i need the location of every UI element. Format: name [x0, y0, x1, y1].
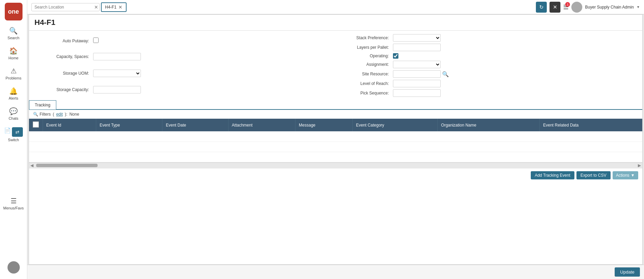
actions-button[interactable]: Actions ▼ — [613, 171, 638, 179]
update-button[interactable]: Update — [615, 267, 640, 277]
sidebar-item-alerts-label: Alerts — [9, 96, 18, 100]
main-area: ✕ H4-F1 ✕ ↻ ✕ ☰ 1 Buyer Supply Chain Adm… — [27, 0, 644, 279]
home-icon: 🏠 — [9, 47, 18, 55]
page-title: H4-F1 — [34, 18, 55, 27]
stack-preference-select[interactable] — [393, 34, 441, 42]
table-row-empty-3 — [29, 152, 642, 162]
bell-icon: 🔔 — [9, 87, 18, 95]
filters-row: 🔍 Filters ( edit ): None — [29, 110, 642, 119]
tracking-section: Tracking 🔍 Filters ( edit ): None — [29, 100, 642, 182]
search-location-input[interactable] — [31, 3, 100, 11]
user-role-label: Buyer Supply Chain Admin — [585, 5, 634, 10]
tracking-tab[interactable]: Tracking — [29, 100, 56, 109]
tab-close-button[interactable]: ✕ — [118, 4, 122, 10]
col-event-id: Event Id — [43, 119, 96, 131]
scroll-left-arrow[interactable]: ◀ — [30, 163, 33, 168]
sidebar-item-chats[interactable]: 💬 Chats — [0, 104, 27, 124]
sidebar-item-problems-label: Problems — [5, 76, 21, 80]
storage-uom-label: Storage UOM: — [36, 71, 90, 76]
col-checkbox — [29, 119, 43, 131]
col-event-type: Event Type — [96, 119, 162, 131]
footer-bar: Update — [27, 265, 644, 279]
sidebar-item-alerts[interactable]: 🔔 Alerts — [0, 84, 27, 104]
table-scroll-container[interactable]: Event Id Event Type Event Date Attachmen… — [29, 119, 642, 162]
col-message: Message — [295, 119, 353, 131]
table-header-row: Event Id Event Type Event Date Attachmen… — [29, 119, 642, 131]
col-event-category: Event Category — [352, 119, 437, 131]
sidebar-item-switch[interactable]: 📄 ⇄ Switch — [0, 124, 27, 145]
col-event-date: Event Date — [162, 119, 228, 131]
pick-sequence-label: Pick Sequence: — [342, 91, 390, 96]
action-buttons-row: Add Tracking Event Export to CSV Actions… — [29, 168, 642, 182]
filters-edit-link[interactable]: edit — [56, 112, 63, 117]
tracking-table: Event Id Event Type Event Date Attachmen… — [29, 119, 642, 162]
actions-label: Actions — [616, 173, 629, 178]
auto-putaway-label: Auto Putaway: — [36, 39, 90, 43]
assignment-select[interactable] — [393, 61, 441, 68]
chat-icon: 💬 — [9, 107, 18, 115]
close-button[interactable]: ✕ — [550, 2, 560, 13]
scroll-right-arrow[interactable]: ▶ — [638, 163, 641, 168]
search-icon: 🔍 — [9, 27, 18, 35]
app-logo: one — [5, 3, 23, 20]
avatar[interactable] — [8, 261, 20, 274]
form-section: Auto Putaway: Capacity, Spaces: Storage … — [29, 31, 642, 100]
pick-sequence-input[interactable] — [393, 89, 441, 97]
operating-label: Operating: — [342, 54, 390, 58]
stack-preference-label: Stack Preference: — [342, 35, 390, 40]
header-checkbox[interactable] — [33, 121, 39, 128]
level-of-reach-label: Level of Reach: — [342, 81, 390, 86]
table-scrollbar-row: ◀ ▶ — [29, 162, 642, 168]
export-to-csv-button[interactable]: Export to CSV — [576, 171, 611, 179]
table-body — [29, 131, 642, 162]
operating-checkbox[interactable] — [393, 53, 398, 59]
assignment-label: Assignment: — [342, 62, 390, 67]
warning-icon: ⚠ — [11, 67, 17, 75]
user-dropdown-arrow[interactable]: ▼ — [636, 5, 640, 9]
pages-icon: 📄 — [4, 127, 11, 137]
filters-separator: ( — [53, 112, 54, 117]
sidebar-item-chats-label: Chats — [9, 116, 18, 120]
site-resource-input[interactable] — [393, 70, 441, 78]
form-left: Auto Putaway: Capacity, Spaces: Storage … — [36, 34, 342, 97]
table-row-empty-2 — [29, 142, 642, 152]
menu-icon: ☰ — [11, 197, 17, 205]
capacity-spaces-input[interactable] — [93, 53, 141, 60]
storage-uom-select[interactable] — [93, 70, 141, 77]
sidebar-item-switch-label: Switch — [8, 138, 19, 142]
page-title-bar: H4-F1 — [29, 15, 642, 31]
site-resource-search-button[interactable]: 🔍 — [442, 71, 449, 77]
scroll-thumb[interactable] — [36, 164, 98, 167]
sidebar: one 🔍 Search 🏠 Home ⚠ Problems 🔔 Alerts … — [0, 0, 27, 279]
filters-separator2: ): — [65, 112, 67, 117]
site-resource-label: Site Resource: — [342, 72, 390, 76]
filters-label: Filters — [40, 112, 51, 117]
sidebar-item-problems[interactable]: ⚠ Problems — [0, 63, 27, 84]
form-right: Stack Preference: Layers per Pallet: Ope… — [342, 34, 635, 97]
col-attachment: Attachment — [228, 119, 295, 131]
layers-per-pallet-input[interactable] — [393, 44, 441, 51]
refresh-button[interactable]: ↻ — [536, 2, 547, 13]
storage-capacity-input[interactable] — [93, 86, 141, 93]
topbar: ✕ H4-F1 ✕ ↻ ✕ ☰ 1 Buyer Supply Chain Adm… — [27, 0, 644, 14]
auto-putaway-field — [93, 38, 329, 44]
content-inner: H4-F1 Auto Putaway: Capacity, Spaces: St… — [29, 14, 643, 265]
sidebar-item-search-label: Search — [8, 36, 19, 40]
col-event-related-data: Event Related Data — [540, 119, 642, 131]
auto-putaway-checkbox[interactable] — [93, 38, 99, 43]
sidebar-item-search[interactable]: 🔍 Search — [0, 23, 27, 43]
add-tracking-event-button[interactable]: Add Tracking Event — [531, 171, 574, 179]
sidebar-item-menus-favs[interactable]: ☰ Menus/Favs — [0, 193, 27, 214]
layers-per-pallet-label: Layers per Pallet: — [342, 45, 390, 50]
search-location-clear-button[interactable]: ✕ — [94, 4, 98, 10]
sidebar-item-home-label: Home — [9, 56, 18, 60]
tab-label: H4-F1 — [105, 5, 116, 10]
level-of-reach-input[interactable] — [393, 80, 441, 87]
sidebar-item-home[interactable]: 🏠 Home — [0, 43, 27, 63]
user-avatar — [571, 2, 582, 13]
topbar-right: ↻ ✕ ☰ 1 Buyer Supply Chain Admin ▼ — [536, 2, 640, 13]
table-header: Event Id Event Type Event Date Attachmen… — [29, 119, 642, 131]
filter-search-icon: 🔍 — [33, 112, 38, 117]
menu-lines-button[interactable]: ☰ 1 — [563, 3, 569, 11]
content-area: H4-F1 Auto Putaway: Capacity, Spaces: St… — [27, 14, 644, 265]
